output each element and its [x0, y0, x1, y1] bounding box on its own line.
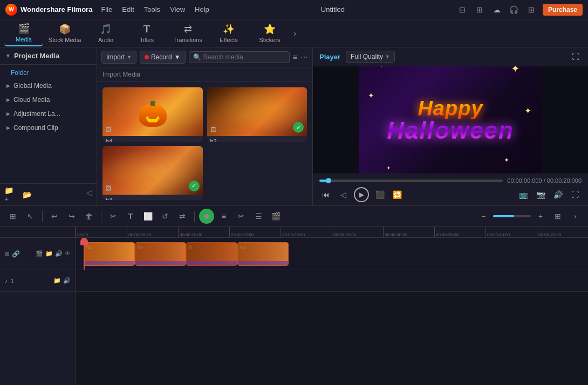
filter-icon[interactable]: ≡	[293, 53, 297, 61]
captions-tool[interactable]: ≡	[216, 209, 231, 224]
video-tool[interactable]: 🎬	[268, 209, 283, 224]
zoom-slider[interactable]	[493, 215, 531, 217]
more-options-icon[interactable]: ⋯	[300, 53, 308, 61]
crop-tool[interactable]: ⬜	[140, 209, 155, 224]
new-folder-icon[interactable]: 📂	[20, 188, 33, 201]
select-tool[interactable]: ↖	[23, 209, 38, 224]
search-box[interactable]: 🔍	[189, 51, 290, 63]
zoom-in-button[interactable]: +	[533, 209, 548, 224]
media-icon: 🎬	[18, 23, 30, 35]
track-audio-icon[interactable]: 🔊	[55, 250, 63, 257]
speed-tool[interactable]: ⇄	[175, 209, 190, 224]
link-tracks-icon[interactable]: 🔗	[12, 250, 20, 258]
expand-icon[interactable]: ⛶	[569, 188, 582, 201]
audio-folder-icon[interactable]: 📁	[53, 277, 61, 284]
add-track-tool[interactable]: ⊞	[5, 209, 20, 224]
undo-tool[interactable]: ↩	[47, 209, 62, 224]
clip-f1[interactable]: f1	[186, 242, 237, 266]
menu-help[interactable]: Help	[195, 5, 209, 13]
screen-record-icon[interactable]: 📺	[517, 188, 530, 201]
add-folder-icon[interactable]: 📁+	[4, 188, 17, 201]
record-chevron-icon: ▼	[174, 53, 181, 61]
redo-tool[interactable]: ↪	[64, 209, 79, 224]
timeline-ruler: 00:00 00:00:05:00 00:00:10:00 00:00:15:0…	[76, 227, 588, 238]
toolbar-effects[interactable]: ✨ Effects	[209, 20, 248, 46]
video-panel-header: Player Full Quality ▼ ⛶	[313, 47, 588, 66]
toolbar-stock-media[interactable]: 📦 Stock Media	[45, 20, 84, 46]
layout-icon[interactable]: ⊞	[474, 4, 486, 16]
clip-h2[interactable]: h2	[135, 242, 186, 266]
menu-edit[interactable]: Edit	[122, 5, 134, 13]
cut-tool[interactable]: ✂	[106, 209, 121, 224]
headphone-icon[interactable]: 🎧	[508, 4, 520, 16]
audio-volume-icon[interactable]: 🔊	[63, 277, 71, 284]
cloud-media-arrow: ▶	[6, 97, 10, 102]
ruler-45: 00:00:45:00	[537, 227, 588, 237]
media-item-h3[interactable]: 🖼 ✓ h3	[102, 146, 203, 201]
h4-media-type-icon: 🖼	[106, 126, 112, 133]
clip-h4[interactable]: h4	[84, 242, 135, 266]
text-tool[interactable]: T	[123, 209, 138, 224]
collapse-panel-icon[interactable]: ◁	[86, 188, 92, 201]
ruler-25: 00:00:25:00	[332, 227, 383, 237]
playhead[interactable]	[84, 238, 85, 270]
media-item-h2[interactable]: 🖼 ✓ h2	[207, 87, 307, 142]
toolbar-transitions[interactable]: ⇄ Transitions	[168, 20, 207, 46]
track-eye-icon[interactable]: 👁	[65, 250, 71, 257]
sidebar-item-cloud-media[interactable]: ▶ Cloud Media	[0, 93, 97, 107]
sidebar-item-global-media[interactable]: ▶ Global Media	[0, 79, 97, 93]
media-item-h4[interactable]: 🖼 h4	[102, 87, 203, 142]
stop-icon[interactable]: ⬛	[373, 188, 386, 201]
track-folder-icon[interactable]: 📁	[45, 250, 53, 257]
sidebar-item-compound-clip[interactable]: ▶ Compound Clip	[0, 121, 97, 135]
clip-h3[interactable]: h3	[237, 242, 289, 266]
toolbar-titles[interactable]: T Titles	[127, 20, 166, 46]
timeline-more-icon[interactable]: ›	[568, 209, 583, 224]
snapshot-icon[interactable]: 📷	[534, 188, 547, 201]
purchase-button[interactable]: Purchase	[543, 4, 583, 16]
record-button[interactable]: Record ▼	[140, 51, 186, 64]
timeline-area: ⊕ 🔗 🎬 📁 🔊 👁 ♪ 1 📁 🔊 00:00 00:00:05:00	[0, 227, 588, 385]
toolbar-media[interactable]: 🎬 Media	[4, 20, 43, 46]
toolbar-audio[interactable]: 🎵 Audio	[86, 20, 125, 46]
video-progress: 00:00:00:000 / 00:00:20:000	[319, 177, 582, 184]
skip-back-icon[interactable]: ⏮	[319, 188, 332, 201]
toolbar-more-icon[interactable]: ›	[291, 29, 298, 38]
titles-icon: T	[143, 24, 150, 35]
import-button[interactable]: Import ▼	[101, 51, 136, 64]
sidebar-item-adjustment[interactable]: ▶ Adjustment La...	[0, 107, 97, 121]
folder-label[interactable]: Folder	[0, 67, 97, 79]
delete-tool[interactable]: 🗑	[81, 209, 97, 224]
fullscreen-icon[interactable]: ⛶	[570, 51, 582, 63]
timeline-layout-icon[interactable]: ⊞	[550, 209, 565, 224]
ruler-35: 00:00:35:00	[434, 227, 486, 237]
add-to-timeline-icon[interactable]: ⊕	[4, 250, 10, 258]
media-panel-icons: ≡ ⋯	[293, 53, 308, 61]
minimize-icon[interactable]: ⊟	[456, 4, 468, 16]
media-grid-header: Import Media	[97, 67, 312, 82]
progress-bar[interactable]	[319, 180, 503, 182]
zoom-out-button[interactable]: −	[476, 209, 491, 224]
timeline-toolbar: ⊞ ↖ ↩ ↪ 🗑 ✂ T ⬜ ↺ ⇄ ⏺ ≡ ✂ ☰ 🎬 − + ⊞ ›	[0, 205, 588, 227]
quality-select[interactable]: Full Quality ▼	[346, 51, 395, 63]
track-clips: h4 h2 f1 h3	[84, 242, 289, 266]
search-input[interactable]	[203, 53, 285, 61]
step-back-icon[interactable]: ◁	[337, 188, 350, 201]
menu-tools[interactable]: Tools	[144, 5, 160, 13]
apps-icon[interactable]: ⊞	[525, 4, 537, 16]
play-button[interactable]: ▶	[354, 187, 369, 202]
menu-file[interactable]: File	[101, 5, 112, 13]
toolbar-stickers[interactable]: ⭐ Stickers	[250, 20, 289, 46]
volume-icon[interactable]: 🔊	[551, 188, 564, 201]
ai-cut-tool[interactable]: ✂	[234, 209, 249, 224]
audio-record-tool[interactable]: ⏺	[199, 209, 214, 224]
color-tool[interactable]: ↺	[158, 209, 173, 224]
loop-icon[interactable]: 🔁	[391, 188, 404, 201]
media-thumb-h4: 🖼	[102, 87, 203, 136]
menu-view[interactable]: View	[170, 5, 185, 13]
video-track-label: ⊕ 🔗 🎬 📁 🔊 👁	[0, 238, 75, 270]
cloud-upload-icon[interactable]: ☁	[491, 4, 503, 16]
subtitle-tool[interactable]: ☰	[251, 209, 266, 224]
panel-collapse-arrow[interactable]: ▼	[5, 53, 11, 59]
import-chevron-icon: ▼	[127, 54, 132, 60]
